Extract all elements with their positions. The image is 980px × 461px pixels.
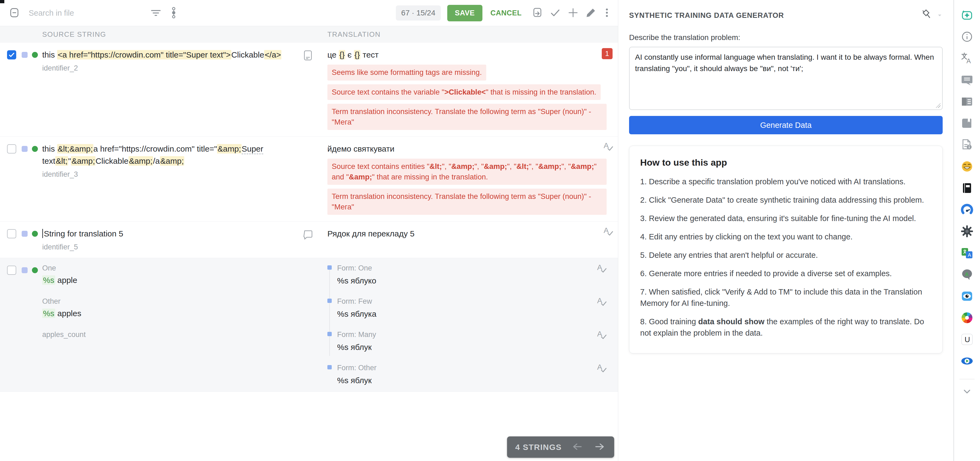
search-input[interactable] <box>28 8 146 18</box>
problem-label: Describe the translation problem: <box>629 33 943 42</box>
strings-count-label: 4 STRINGS <box>515 443 562 452</box>
row-checkbox[interactable] <box>7 229 16 238</box>
translation-cell[interactable]: Рядок для перекладу 5 <box>328 228 611 251</box>
row-checkbox[interactable] <box>7 144 16 154</box>
string-row[interactable]: this <a href="https://crowdin.com" title… <box>0 43 618 137</box>
string-row[interactable]: String for translation 5identifier_5Рядо… <box>0 222 618 258</box>
rail-item-video-preview[interactable] <box>954 351 980 372</box>
pin-panel-button[interactable] <box>919 8 934 24</box>
row-icon-cell[interactable] <box>302 50 328 130</box>
generate-data-button[interactable]: Generate Data <box>629 116 943 134</box>
plural-form-name: Form: One <box>337 264 611 272</box>
rail-item-translate-app[interactable]: A <box>954 242 980 264</box>
source-cell[interactable]: this &lt;&amp;a href="https://crowdin.co… <box>42 143 302 215</box>
rail-item-machine-translation[interactable]: A <box>954 48 980 70</box>
rail-item-color-wheel[interactable] <box>954 307 980 329</box>
comment-icon[interactable] <box>302 237 313 241</box>
edit-string-button[interactable] <box>583 5 598 21</box>
howto-item: 2. Click "Generate Data" to create synth… <box>640 194 932 206</box>
app-panel-header: SYNTHETIC TRAINING DATA GENERATOR <box>618 0 953 28</box>
translation-text: Рядок для перекладу 5 <box>328 228 611 240</box>
status-cell <box>32 49 42 130</box>
source-cell[interactable]: this <a href="https://crowdin.com" title… <box>42 49 302 130</box>
rail-item-emoji[interactable] <box>954 156 980 178</box>
status-square-icon <box>22 146 28 152</box>
svg-text:A: A <box>965 271 969 277</box>
source-cell[interactable]: One%s appleOther%s applesapples_count <box>42 264 302 385</box>
rail-item-tm-suggestions[interactable] <box>954 91 980 113</box>
spellcheck-icon: A <box>597 296 607 309</box>
problem-textarea[interactable]: AI constantly use informal language when… <box>629 47 943 110</box>
rail-divider <box>959 379 975 379</box>
save-button[interactable]: SAVE <box>447 5 482 21</box>
notebook-icon <box>961 182 973 195</box>
plural-translation-block[interactable]: Form: One%s яблукоA <box>328 264 611 285</box>
filter-button[interactable] <box>148 5 164 21</box>
string-identifier: identifier_3 <box>42 170 302 179</box>
rail-item-file-context[interactable] <box>954 135 980 156</box>
panel-menu-button[interactable] <box>934 10 945 22</box>
translation-cell[interactable]: йдемо святкуватиSource text contains ent… <box>328 143 611 215</box>
tm-suggestions-icon <box>961 95 974 109</box>
plural-form-label: Other <box>42 297 302 306</box>
comments-icon <box>961 74 973 87</box>
add-string-button[interactable] <box>565 5 581 21</box>
approve-button[interactable] <box>547 5 563 21</box>
notes-icon[interactable] <box>302 58 313 62</box>
rail-item-glossary[interactable] <box>954 113 980 135</box>
copy-source-button[interactable] <box>530 5 545 21</box>
string-row[interactable]: this &lt;&amp;a href="https://crowdin.co… <box>0 137 618 222</box>
string-row[interactable]: One%s appleOther%s applesapples_countFor… <box>0 258 618 392</box>
rail-item-gauge[interactable] <box>954 200 980 221</box>
comments-count-badge[interactable]: 1 <box>602 48 612 59</box>
status-approved-icon <box>32 267 38 273</box>
row-checkbox[interactable] <box>7 266 16 275</box>
copy-source-icon <box>531 7 543 19</box>
next-page-button[interactable] <box>593 441 606 453</box>
resize-grip-icon[interactable] <box>935 103 940 108</box>
rail-item-notebook[interactable] <box>954 178 980 200</box>
rail-item-gear[interactable] <box>954 221 980 242</box>
status-approved-icon <box>32 231 38 237</box>
row-icon-cell <box>302 144 328 215</box>
rail-item-chevron-down[interactable] <box>954 381 980 402</box>
plural-translation-block[interactable]: Form: Few%s яблукаA <box>328 297 611 318</box>
app-panel: SYNTHETIC TRAINING DATA GENERATOR Descri… <box>618 0 954 461</box>
rail-item-chat-assistant[interactable]: A <box>954 264 980 286</box>
video-preview-icon <box>961 355 974 369</box>
row-icon-cell[interactable] <box>302 229 328 251</box>
source-cell[interactable]: String for translation 5identifier_5 <box>42 228 302 251</box>
plural-translation-block[interactable]: Form: Other%s яблукA <box>328 364 611 385</box>
translate-app-icon: A <box>961 246 974 260</box>
plural-translation-block[interactable]: Form: Many%s яблукA <box>328 331 611 352</box>
translation-cell[interactable]: Form: One%s яблукоAForm: Few%s яблукаAFo… <box>328 264 611 385</box>
qa-warning: Source text contains entities "&lt;", "&… <box>328 158 607 185</box>
string-flow-button[interactable] <box>166 5 181 21</box>
more-options-button[interactable] <box>601 5 612 21</box>
howto-item: 8. Good training data should show the ex… <box>640 316 932 339</box>
previous-page-button[interactable] <box>571 441 584 453</box>
form-bullet-icon <box>328 332 332 336</box>
string-counter: 67 · 15/24 <box>396 5 441 21</box>
ai-app-icon <box>961 9 974 23</box>
strings-pager: 4 STRINGS <box>507 436 614 458</box>
source-string-text: this <a href="https://crowdin.com" title… <box>42 49 302 61</box>
translation-text: йдемо святкувати <box>328 143 611 155</box>
collapse-sidebar-button[interactable] <box>7 5 22 21</box>
checkbox-cell <box>7 228 22 251</box>
rail-item-ai-app[interactable] <box>954 5 980 27</box>
rail-item-comments[interactable] <box>954 70 980 91</box>
status-square-icon <box>22 231 28 237</box>
plural-form-name: Form: Other <box>337 364 611 372</box>
translation-text: це {} є {} тест <box>328 49 611 61</box>
rail-item-info[interactable] <box>954 27 980 48</box>
translation-cell[interactable]: це {} є {} тестSeems like some formattin… <box>328 49 611 130</box>
status-cell <box>32 228 42 251</box>
plural-translation-text: %s яблук <box>337 343 611 352</box>
rail-item-u-app[interactable]: U <box>954 329 980 351</box>
row-checkbox[interactable] <box>7 50 16 59</box>
howto-title: How to use this app <box>640 157 932 168</box>
commit-dots-icon <box>168 7 180 19</box>
rail-item-preview-app[interactable] <box>954 286 980 307</box>
cancel-button[interactable]: CANCEL <box>485 9 527 17</box>
